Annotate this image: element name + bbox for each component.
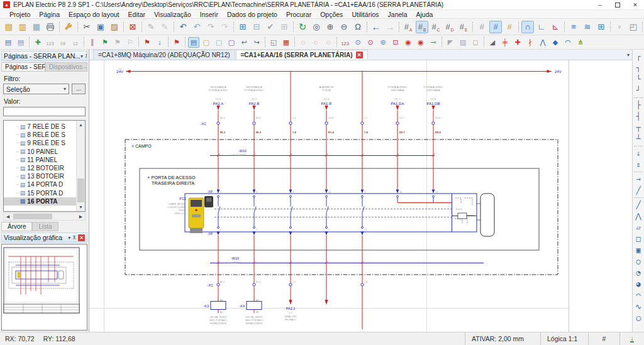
document-tab-1[interactable]: =CA1+8MQ Máquina/20 (ADEQUAÇÃO NR12) bbox=[93, 50, 235, 60]
open-page-icon[interactable]: ▥ bbox=[16, 21, 29, 33]
bookmark-icon[interactable]: ⚑ bbox=[142, 37, 153, 48]
schematic-page[interactable]: 2.1 / 24V 24V = CAMPO -W10 LIYCY,24AWG +… bbox=[89, 60, 632, 332]
scroll-left-icon[interactable]: ◀ bbox=[4, 214, 12, 219]
double-arrow-updown-icon[interactable]: ⇕ bbox=[633, 159, 644, 170]
ellipse-icon[interactable]: ◯ bbox=[633, 312, 644, 324]
corner-up-right-icon[interactable]: └ bbox=[633, 74, 644, 85]
tree-horizontal-scrollbar[interactable]: ◀ ▶ bbox=[3, 212, 86, 221]
page-tree-item[interactable]: ┈▤9 RELÉ DE S bbox=[4, 139, 76, 147]
undo-history-icon[interactable]: ↶ bbox=[191, 21, 203, 33]
delete-icon[interactable]: ⊠ bbox=[126, 21, 139, 33]
back-icon[interactable]: ← bbox=[370, 21, 382, 33]
page-new-icon[interactable]: ▢ bbox=[201, 37, 212, 48]
insert-point-icon[interactable]: ✚ bbox=[512, 37, 523, 48]
menu-espa-o-do-layout[interactable]: Espaço do layout bbox=[64, 11, 124, 18]
panel-menu-icon[interactable]: ▾ bbox=[80, 53, 83, 59]
window-macro-icon[interactable]: ◱ bbox=[268, 37, 279, 48]
close-button[interactable]: ✕ bbox=[626, 0, 644, 10]
value-input[interactable] bbox=[3, 107, 86, 116]
menu-janela[interactable]: Janela bbox=[384, 11, 412, 18]
menu-inserir[interactable]: Inserir bbox=[196, 11, 223, 18]
zoom-out-icon[interactable]: ⊖ bbox=[338, 21, 350, 33]
gray-triangle-icon[interactable]: ◤ bbox=[445, 37, 456, 48]
status-import-indicator[interactable]: ↓ bbox=[619, 332, 644, 345]
connection-line-icon[interactable]: ╱ bbox=[633, 185, 644, 196]
selection-box-icon[interactable]: ▫ bbox=[613, 21, 626, 33]
hatch-icon[interactable]: ▨ bbox=[457, 37, 469, 48]
scroll-down-icon[interactable]: ▼ bbox=[77, 203, 85, 211]
circle-segment-icon[interactable]: ◔ bbox=[633, 267, 644, 278]
panel-pin-icon[interactable]: ⊼ bbox=[85, 53, 87, 59]
connection-arrow-icon[interactable]: → bbox=[633, 173, 644, 185]
menu-op-es[interactable]: Opções bbox=[316, 11, 347, 18]
move-layer-icon[interactable]: ≋ bbox=[581, 21, 594, 33]
angle-mode-icon[interactable]: ⊾ bbox=[549, 21, 562, 33]
scroll-thumb-horizontal[interactable] bbox=[13, 214, 52, 219]
filter-select[interactable]: Seleção ▾ bbox=[3, 84, 69, 94]
magnet-snap-icon[interactable]: ∩ bbox=[521, 21, 534, 33]
rectangle-icon[interactable]: □ bbox=[633, 233, 644, 244]
t-node-up-icon[interactable]: ┴ bbox=[633, 133, 644, 145]
rectangle-rounded-icon[interactable]: ▣ bbox=[633, 244, 644, 256]
menu-procurar[interactable]: Procurar bbox=[282, 11, 316, 18]
diamond-icon[interactable]: ◆ bbox=[550, 37, 561, 48]
connection-update-icon[interactable]: ◌ bbox=[323, 37, 334, 48]
numbering-123-icon[interactable]: ₁₂₃ bbox=[45, 37, 56, 48]
page-tree-item[interactable]: ┈▤8 RELÉ DE S bbox=[4, 131, 76, 139]
grid-a-icon[interactable]: #A bbox=[402, 21, 414, 33]
menu-dados-do-projeto[interactable]: Dados do projeto bbox=[223, 11, 282, 18]
polygon-icon[interactable]: ▱ bbox=[633, 222, 644, 233]
page-tree-item[interactable]: ┈▤16 PORTA bbox=[4, 197, 76, 205]
menu-visualiza-o[interactable]: Visualização bbox=[150, 11, 196, 18]
spline-icon[interactable]: ∿ bbox=[633, 301, 644, 312]
arc-icon[interactable]: ◠ bbox=[633, 290, 644, 301]
snap-grid-icon[interactable]: # bbox=[489, 21, 502, 33]
scroll-thumb[interactable] bbox=[77, 178, 84, 202]
sector-icon[interactable]: ◕ bbox=[633, 278, 644, 290]
tab-list[interactable]: Lista bbox=[32, 222, 58, 231]
page-tree-item[interactable]: ┈▤10 PAINEL bbox=[4, 148, 76, 156]
t-node-left-icon[interactable]: ┤ bbox=[633, 111, 644, 122]
potential-tracking-icon[interactable]: ⊸ bbox=[428, 37, 439, 48]
panel-menu-icon[interactable]: ▾ bbox=[68, 235, 70, 241]
tab-devices[interactable]: Dispositivos - ... bbox=[45, 62, 87, 71]
numbering-09-icon[interactable]: ₀₉ bbox=[57, 37, 69, 48]
tree-vertical-scrollbar[interactable]: ▲ ▼ bbox=[76, 121, 85, 211]
filter-browse-button[interactable]: ... bbox=[72, 84, 86, 94]
wire-numbering-icon[interactable]: ₁₂₃ bbox=[340, 37, 351, 48]
table-edit-icon[interactable]: ⊞ bbox=[278, 21, 291, 33]
layout-navigator-icon[interactable]: ▤ bbox=[15, 37, 26, 48]
jump-point-icon[interactable]: ◉ bbox=[415, 37, 426, 48]
cut-icon[interactable]: ✂ bbox=[80, 21, 93, 33]
restore-button[interactable] bbox=[609, 0, 626, 10]
symbol-select-icon[interactable]: ▦ bbox=[280, 37, 292, 48]
new-page-icon[interactable]: ▤ bbox=[3, 21, 15, 33]
insert-t-node-icon[interactable]: ╪ bbox=[499, 37, 511, 48]
flag-clear-icon[interactable]: ⚑ bbox=[112, 37, 123, 48]
minimize-button[interactable]: ─ bbox=[591, 0, 609, 10]
zoom-in-icon[interactable]: ⊕ bbox=[324, 21, 336, 33]
menu-projeto[interactable]: Projeto bbox=[5, 11, 35, 18]
format-copy-icon[interactable]: ✎ bbox=[158, 21, 171, 33]
grid-b-icon[interactable]: #B bbox=[416, 21, 428, 33]
numbering-az-icon[interactable]: ₁₂ bbox=[70, 37, 81, 48]
t-node-down-icon[interactable]: ┬ bbox=[633, 122, 644, 133]
panel-close-icon[interactable]: ✕ bbox=[78, 234, 85, 241]
interruption-point-icon[interactable]: ◉ bbox=[402, 37, 414, 48]
page-properties-icon[interactable]: ▦ bbox=[30, 21, 43, 33]
connection-insert-icon[interactable]: ◌ bbox=[310, 37, 321, 48]
bookmark-delete-icon[interactable]: ⚑ bbox=[171, 37, 182, 48]
check-report-icon[interactable]: ✔ bbox=[264, 21, 277, 33]
undo-icon[interactable]: ↶ bbox=[177, 21, 189, 33]
tab-pages[interactable]: Páginas - SER... bbox=[1, 62, 45, 71]
t-node-right-icon[interactable]: ├ bbox=[633, 99, 644, 111]
terminal-edit-icon[interactable]: ∥ bbox=[87, 37, 98, 48]
kink-icon[interactable]: ⋀ bbox=[537, 37, 548, 48]
grid-onoff-icon[interactable]: # bbox=[475, 21, 488, 33]
page-navigator-icon[interactable]: ▤ bbox=[3, 37, 14, 48]
page-tree-item[interactable]: ┈▤14 PORTA D bbox=[4, 180, 76, 189]
update-connections-icon[interactable]: ↻ bbox=[296, 21, 309, 33]
flag-all-icon[interactable]: ⚐ bbox=[125, 37, 136, 48]
line-icon[interactable]: ╱ bbox=[633, 199, 644, 211]
corner-up-left-icon[interactable]: ┘ bbox=[633, 85, 644, 96]
